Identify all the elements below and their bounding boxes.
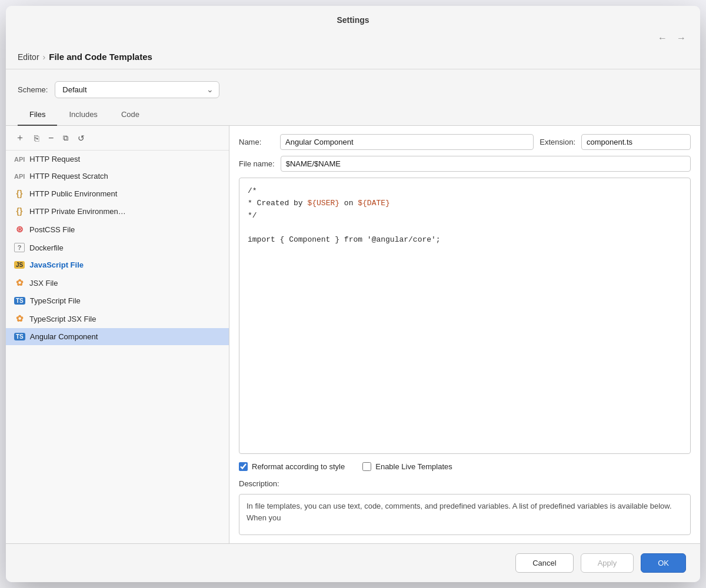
list-item[interactable]: API HTTP Request <box>6 151 229 168</box>
clone-button[interactable]: ⧉ <box>61 132 71 144</box>
back-button[interactable]: ← <box>655 32 670 45</box>
tab-files[interactable]: Files <box>18 105 57 126</box>
list-item[interactable]: ✿ TypeScript JSX File <box>6 309 229 328</box>
description-label: Description: <box>239 479 691 488</box>
tab-code[interactable]: Code <box>109 105 151 126</box>
name-input[interactable] <box>280 134 534 150</box>
tab-includes[interactable]: Includes <box>57 105 109 126</box>
code-line: */ <box>248 210 682 222</box>
toolbar: ＋ ⎘ − ⧉ ↺ <box>6 126 229 151</box>
breadcrumb-current: File and Code Templates <box>49 52 152 62</box>
postcss-icon: ⊛ <box>14 224 25 235</box>
scheme-select-wrapper: Default <box>55 81 219 98</box>
file-list: API HTTP Request API HTTP Request Scratc… <box>6 151 229 543</box>
add-button[interactable]: ＋ <box>13 131 27 145</box>
jsx-icon: ✿ <box>14 278 25 288</box>
left-panel: ＋ ⎘ − ⧉ ↺ API HTTP Request <box>6 126 229 543</box>
live-templates-label: Enable Live Templates <box>375 462 452 471</box>
code-line: /* <box>248 185 682 198</box>
remove-button[interactable]: − <box>46 132 56 145</box>
reformat-label: Reformat according to style <box>252 462 345 471</box>
list-item[interactable]: JS JavaScript File <box>6 256 229 273</box>
code-line: import { Component } from '@angular/core… <box>248 234 682 246</box>
list-item[interactable]: TS TypeScript File <box>6 292 229 309</box>
tabs-row: Files Includes Code <box>6 105 700 126</box>
list-item[interactable]: {} HTTP Public Environment <box>6 185 229 202</box>
nav-row: ← → <box>6 32 700 48</box>
braces-icon: {} <box>14 206 25 216</box>
list-item[interactable]: ✿ JSX File <box>6 273 229 292</box>
ts-icon: TS <box>14 333 25 340</box>
ts-icon: TS <box>14 297 25 305</box>
js-icon: JS <box>14 261 25 269</box>
api-icon: API <box>14 156 25 163</box>
ok-button[interactable]: OK <box>641 553 686 573</box>
reset-button[interactable]: ↺ <box>75 132 87 144</box>
reformat-checkbox[interactable] <box>239 462 248 471</box>
divider-top <box>6 69 700 69</box>
api-icon: API <box>14 173 25 180</box>
copy-button[interactable]: ⎘ <box>32 132 41 144</box>
tsx-icon: ✿ <box>14 313 25 324</box>
list-item[interactable]: ⊛ PostCSS File <box>6 220 229 239</box>
settings-dialog: Settings ← → Editor › File and Code Temp… <box>6 6 700 582</box>
list-item[interactable]: {} HTTP Private Environmen… <box>6 202 229 220</box>
braces-icon: {} <box>14 189 25 198</box>
live-templates-checkbox-label[interactable]: Enable Live Templates <box>362 462 452 471</box>
footer: Cancel Apply OK <box>6 543 700 582</box>
list-item-angular[interactable]: TS Angular Component <box>6 328 229 345</box>
list-item[interactable]: API HTTP Request Scratch <box>6 168 229 185</box>
scheme-label: Scheme: <box>18 85 48 94</box>
scheme-row: Scheme: Default <box>6 76 700 105</box>
live-templates-checkbox[interactable] <box>362 462 371 471</box>
apply-button[interactable]: Apply <box>581 553 634 573</box>
extension-input[interactable] <box>581 134 691 150</box>
breadcrumb-editor: Editor <box>18 52 39 62</box>
docker-icon: ? <box>14 243 25 252</box>
scheme-select[interactable]: Default <box>55 81 219 98</box>
code-line: * Created by ${USER} on ${DATE} <box>248 198 682 210</box>
list-item[interactable]: ? Dockerfile <box>6 239 229 256</box>
filename-input[interactable] <box>281 156 691 172</box>
filename-label: File name: <box>239 159 275 168</box>
code-editor[interactable]: /* * Created by ${USER} on ${DATE} */ im… <box>239 178 691 454</box>
right-panel: Name: Extension: File name: /* * Created… <box>229 126 700 543</box>
breadcrumb-separator: › <box>43 52 46 62</box>
dialog-title: Settings <box>6 6 700 32</box>
breadcrumb: Editor › File and Code Templates <box>6 48 700 69</box>
description-box: In file templates, you can use text, cod… <box>239 494 691 535</box>
cancel-button[interactable]: Cancel <box>515 553 573 573</box>
main-content: ＋ ⎘ − ⧉ ↺ API HTTP Request <box>6 126 700 543</box>
extension-label: Extension: <box>540 138 575 146</box>
options-row: Reformat according to style Enable Live … <box>239 460 691 473</box>
name-label: Name: <box>239 138 274 146</box>
name-extension-row: Name: Extension: <box>239 134 691 150</box>
reformat-checkbox-label[interactable]: Reformat according to style <box>239 462 345 471</box>
forward-button[interactable]: → <box>674 32 688 45</box>
filename-row: File name: <box>239 156 691 172</box>
